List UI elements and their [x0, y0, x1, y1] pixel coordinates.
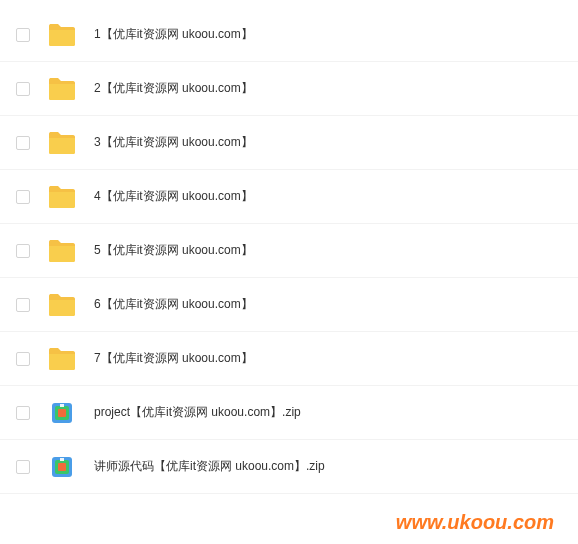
checkbox[interactable] [16, 28, 30, 42]
folder-icon [48, 75, 76, 103]
list-item[interactable]: 讲师源代码【优库it资源网 ukoou.com】.zip [0, 440, 578, 494]
file-name: project【优库it资源网 ukoou.com】.zip [94, 404, 301, 421]
checkbox[interactable] [16, 352, 30, 366]
file-name: 3【优库it资源网 ukoou.com】 [94, 134, 253, 151]
checkbox[interactable] [16, 244, 30, 258]
svg-rect-7 [60, 458, 64, 461]
folder-icon [48, 237, 76, 265]
checkbox[interactable] [16, 82, 30, 96]
checkbox[interactable] [16, 190, 30, 204]
file-name: 5【优库it资源网 ukoou.com】 [94, 242, 253, 259]
file-name: 7【优库it资源网 ukoou.com】 [94, 350, 253, 367]
checkbox[interactable] [16, 298, 30, 312]
list-item[interactable]: 3【优库it资源网 ukoou.com】 [0, 116, 578, 170]
list-item[interactable]: 6【优库it资源网 ukoou.com】 [0, 278, 578, 332]
file-name: 讲师源代码【优库it资源网 ukoou.com】.zip [94, 458, 325, 475]
checkbox[interactable] [16, 460, 30, 474]
list-item[interactable]: 7【优库it资源网 ukoou.com】 [0, 332, 578, 386]
folder-icon [48, 21, 76, 49]
list-item[interactable]: 5【优库it资源网 ukoou.com】 [0, 224, 578, 278]
file-name: 4【优库it资源网 ukoou.com】 [94, 188, 253, 205]
list-item[interactable]: 1【优库it资源网 ukoou.com】 [0, 8, 578, 62]
folder-icon [48, 183, 76, 211]
list-item[interactable]: 2【优库it资源网 ukoou.com】 [0, 62, 578, 116]
folder-icon [48, 345, 76, 373]
file-list: 1【优库it资源网 ukoou.com】 2【优库it资源网 ukoou.com… [0, 0, 578, 494]
svg-rect-6 [58, 463, 66, 471]
file-name: 1【优库it资源网 ukoou.com】 [94, 26, 253, 43]
list-item[interactable]: project【优库it资源网 ukoou.com】.zip [0, 386, 578, 440]
checkbox[interactable] [16, 136, 30, 150]
folder-icon [48, 129, 76, 157]
zip-icon [48, 453, 76, 481]
zip-icon [48, 399, 76, 427]
svg-rect-3 [60, 404, 64, 407]
folder-icon [48, 291, 76, 319]
svg-rect-2 [58, 409, 66, 417]
checkbox[interactable] [16, 406, 30, 420]
file-name: 6【优库it资源网 ukoou.com】 [94, 296, 253, 313]
list-item[interactable]: 4【优库it资源网 ukoou.com】 [0, 170, 578, 224]
watermark: www.ukoou.com [396, 511, 554, 534]
file-name: 2【优库it资源网 ukoou.com】 [94, 80, 253, 97]
